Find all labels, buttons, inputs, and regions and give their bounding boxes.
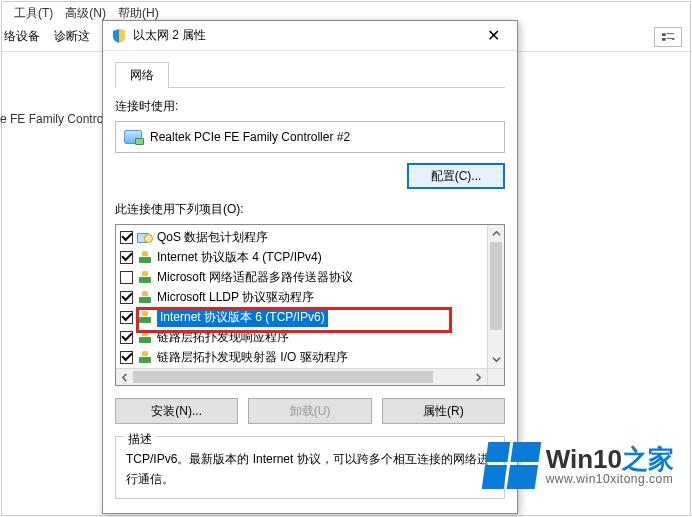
item-checkbox[interactable] (120, 231, 133, 244)
menu-tools[interactable]: 工具(T) (14, 5, 53, 22)
network-item[interactable]: 链路层拓扑发现映射器 I/O 驱动程序 (118, 347, 485, 367)
uninstall-button: 卸载(U) (248, 398, 371, 424)
item-label: Internet 协议版本 6 (TCP/IPv6) (157, 308, 328, 327)
adapter-name: Realtek PCIe FE Family Controller #2 (150, 130, 350, 144)
scroll-down-arrow[interactable] (488, 351, 505, 368)
svg-rect-0 (661, 33, 665, 36)
network-item[interactable]: Internet 协议版本 6 (TCP/IPv6) (118, 307, 485, 327)
watermark: Win10之家 www.win10xitong.com (485, 442, 674, 489)
items-label: 此连接使用下列项目(O): (115, 201, 505, 218)
dialog-titlebar: 以太网 2 属性 ✕ (103, 21, 517, 51)
tab-row: 网络 (115, 61, 505, 88)
horizontal-scrollbar[interactable] (116, 368, 487, 385)
item-checkbox[interactable] (120, 291, 133, 304)
view-dropdown[interactable] (654, 27, 682, 47)
install-button[interactable]: 安装(N)... (115, 398, 238, 424)
scroll-corner (487, 368, 504, 385)
item-label: 链路层拓扑发现映射器 I/O 驱动程序 (157, 349, 348, 366)
scroll-right-arrow[interactable] (470, 369, 487, 386)
network-item[interactable]: 链路层拓扑发现响应程序 (118, 327, 485, 347)
network-adapter-icon (124, 130, 142, 144)
protocol-icon (137, 351, 153, 363)
item-label: Microsoft LLDP 协议驱动程序 (157, 289, 314, 306)
toolbar-item-2[interactable]: 诊断这 (54, 28, 90, 45)
windows-logo-icon (481, 442, 541, 489)
item-label: 链路层拓扑发现响应程序 (157, 329, 289, 346)
item-checkbox[interactable] (120, 271, 133, 284)
item-label: Microsoft 网络适配器多路传送器协议 (157, 269, 353, 286)
item-label: QoS 数据包计划程序 (157, 229, 268, 246)
protocol-icon (137, 331, 153, 343)
scroll-up-arrow[interactable] (488, 225, 505, 242)
svg-rect-2 (661, 37, 665, 40)
configure-button[interactable]: 配置(C)... (407, 163, 505, 189)
item-checkbox[interactable] (120, 351, 133, 364)
item-checkbox[interactable] (120, 331, 133, 344)
parent-device-item[interactable]: e FE Family Controlle (0, 112, 115, 126)
horizontal-scroll-thumb[interactable] (133, 371, 433, 383)
description-text: TCP/IPv6。最新版本的 Internet 协议，可以跨多个相互连接的网络进… (126, 452, 489, 486)
protocol-icon (137, 311, 153, 323)
vertical-scrollbar[interactable] (487, 225, 504, 368)
protocol-icon (137, 291, 153, 303)
properties-button[interactable]: 属性(R) (382, 398, 505, 424)
qos-icon (137, 231, 153, 243)
description-groupbox: 描述 TCP/IPv6。最新版本的 Internet 协议，可以跨多个相互连接的… (115, 436, 505, 499)
network-item[interactable]: Microsoft 网络适配器多路传送器协议 (118, 267, 485, 287)
item-checkbox[interactable] (120, 251, 133, 264)
vertical-scroll-thumb[interactable] (490, 242, 502, 330)
item-label: Internet 协议版本 4 (TCP/IPv4) (157, 249, 322, 266)
adapter-field: Realtek PCIe FE Family Controller #2 (115, 121, 505, 153)
toolbar-item-1[interactable]: 络设备 (4, 28, 40, 45)
network-item[interactable]: Internet 协议版本 4 (TCP/IPv4) (118, 247, 485, 267)
watermark-url: www.win10xitong.com (546, 473, 674, 486)
close-button[interactable]: ✕ (473, 22, 513, 50)
svg-rect-1 (666, 33, 674, 34)
description-legend: 描述 (124, 429, 156, 449)
network-item[interactable]: QoS 数据包计划程序 (118, 227, 485, 247)
scroll-left-arrow[interactable] (116, 369, 133, 386)
ethernet-properties-dialog: 以太网 2 属性 ✕ 网络 连接时使用: Realtek PCIe FE Fam… (102, 20, 518, 514)
connect-using-label: 连接时使用: (115, 98, 505, 115)
protocol-icon (137, 271, 153, 283)
network-items-listbox[interactable]: QoS 数据包计划程序Internet 协议版本 4 (TCP/IPv4)Mic… (115, 224, 505, 386)
network-item[interactable]: Microsoft LLDP 协议驱动程序 (118, 287, 485, 307)
item-checkbox[interactable] (120, 311, 133, 324)
protocol-icon (137, 251, 153, 263)
menu-advanced[interactable]: 高级(N) (65, 5, 106, 22)
dialog-title: 以太网 2 属性 (133, 27, 473, 44)
watermark-brand: Win10之家 (546, 445, 674, 474)
tab-network[interactable]: 网络 (115, 62, 169, 88)
shield-icon (111, 28, 127, 44)
